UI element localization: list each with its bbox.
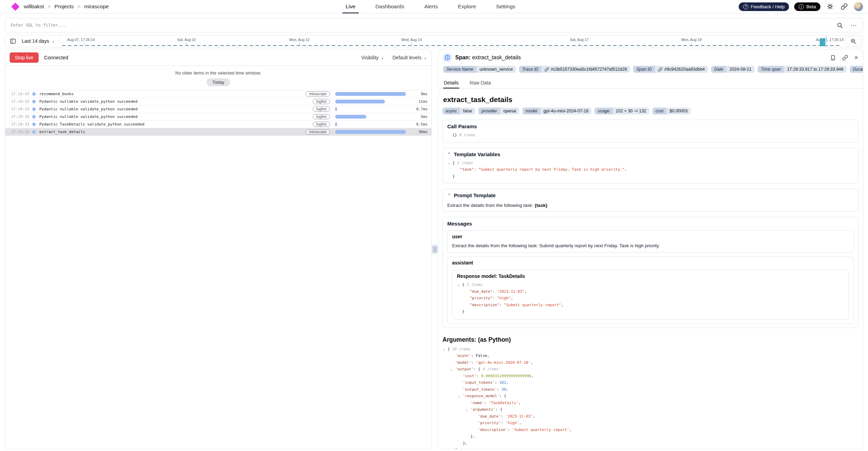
panel-divider	[432, 49, 438, 449]
prompt-template-card: ⌃ Prompt Template Extract the details fr…	[442, 189, 859, 212]
code-token: ,	[531, 374, 534, 378]
sql-filter-input[interactable]	[11, 23, 829, 28]
timeline-track[interactable]: Aug 07, 17:26:14Sat, Aug 10Mon, Aug 12We…	[59, 35, 844, 47]
attribute-label: async	[442, 108, 460, 114]
span-diamond-icon	[32, 130, 36, 134]
log-row[interactable]: 17:29:33Pydantic nullable validate_pytho…	[5, 113, 431, 120]
log-scope-badge: logfire	[313, 99, 330, 104]
timeline-tick	[579, 42, 580, 46]
code-token: ,	[525, 289, 527, 294]
user-avatar[interactable]	[854, 2, 863, 11]
default-levels-dropdown[interactable]: Default levels ⌄	[392, 55, 427, 60]
span-title: Span: extract_task_details	[455, 54, 521, 61]
log-row[interactable]: 17:29:33extract_task_detailsmirascope30m…	[5, 128, 431, 136]
feedback-help-label: Feedback / Help	[751, 4, 785, 9]
code-token: 0.00003329999999999996	[481, 374, 531, 378]
log-duration-bar	[335, 92, 406, 96]
link-icon	[545, 67, 549, 72]
attribute-label: model	[522, 108, 540, 114]
log-scope-badge: mirascope	[306, 129, 330, 134]
code-line: }	[462, 308, 844, 315]
tree-collapse-caret[interactable]: ⌄	[458, 393, 463, 400]
meta-value[interactable]: #9c942620aa93dbb4	[655, 66, 708, 73]
tree-collapse-caret[interactable]: ⌄	[457, 281, 462, 288]
beta-button[interactable]: i Beta	[794, 2, 820, 11]
code-token: ,	[531, 360, 533, 365]
copy-link-icon[interactable]	[842, 55, 848, 61]
code-token: 'async'	[455, 353, 471, 358]
log-span-name: Pydantic nullable validate_python succee…	[39, 99, 138, 104]
template-variables-title: ⌃ Template Variables	[447, 151, 854, 157]
resize-handle[interactable]	[432, 245, 438, 254]
code-token: "high"	[497, 296, 511, 300]
today-button[interactable]: Today	[207, 78, 230, 86]
breadcrumb-item-Projects[interactable]: Projects	[54, 3, 74, 10]
code-token: 'Submit quarterly report'	[512, 428, 569, 432]
more-options-icon[interactable]: ⋯	[850, 21, 857, 29]
code-line: 'description': 'Submit quarterly report'…	[448, 427, 859, 433]
meta-value-text: #9c942620aa93dbb4	[664, 67, 705, 72]
open-panel-icon[interactable]	[830, 55, 836, 61]
span-tab-raw-data[interactable]: Raw Data	[469, 77, 491, 88]
timeline-dashed-line	[62, 45, 841, 46]
feedback-help-button[interactable]: ? Feedback / Help	[739, 2, 789, 11]
code-line: 'async': False,	[448, 352, 859, 359]
share-link-icon[interactable]	[840, 2, 849, 11]
zoom-in-button[interactable]	[845, 36, 861, 46]
log-row[interactable]: 17:14:43recommend_booksmirascope9ms	[5, 90, 431, 98]
timeline-selection[interactable]	[820, 38, 825, 46]
tab-explore[interactable]: Explore	[455, 0, 480, 13]
breadcrumb-item-willbakst[interactable]: willbakst	[24, 3, 44, 10]
visibility-dropdown[interactable]: Visibility ⌄	[361, 55, 384, 60]
log-scope-badge: logfire	[313, 114, 330, 119]
response-model-tree: ⌄{ 3 items"due_date": "2023-11-03","prio…	[457, 281, 844, 315]
log-row[interactable]: 17:29:33Pydantic TaskDetails validate_py…	[5, 120, 431, 128]
log-row[interactable]: 17:29:33Pydantic nullable validate_pytho…	[5, 98, 431, 105]
code-token: 'TaskDetails'	[489, 401, 518, 405]
collapse-caret-icon[interactable]: ⌃	[447, 152, 451, 157]
empty-window-message: No older items in the selected time wind…	[5, 70, 431, 76]
attribute-label: usage	[595, 108, 612, 114]
tab-settings[interactable]: Settings	[492, 0, 519, 13]
stop-live-button[interactable]: Stop live	[10, 52, 39, 63]
timeline-tick	[187, 42, 187, 46]
tree-collapse-caret[interactable]: ⌄	[465, 406, 470, 413]
span-meta-badge: Trace ID#c3b5157330ea5c1fd4572747af512d2…	[519, 66, 630, 73]
meta-label: Duration	[850, 66, 863, 73]
connection-status: Connected	[44, 55, 68, 60]
code-token: "due_date"	[470, 289, 492, 294]
tree-collapse-caret[interactable]: ⌄	[447, 160, 452, 167]
theme-toggle-icon[interactable]	[826, 2, 835, 11]
span-attribute-badge: usage102 + 30 -> 132	[595, 108, 649, 114]
sidebar-toggle-icon[interactable]	[5, 38, 20, 44]
collapse-caret-icon[interactable]: ⌃	[447, 193, 451, 198]
tab-live[interactable]: Live	[342, 0, 359, 13]
search-icon[interactable]	[835, 21, 844, 30]
logfire-logo-icon[interactable]	[11, 2, 19, 11]
span-tab-details[interactable]: Details	[443, 77, 459, 88]
code-token: :	[477, 374, 481, 378]
template-variables-tree: ⌄{ 1 items"task": "Submit quarterly repo…	[447, 160, 854, 180]
code-token: "Submit quarterly report by next Friday.…	[478, 167, 625, 172]
code-token: :	[484, 401, 489, 405]
close-icon[interactable]: ×	[854, 54, 858, 61]
meta-value[interactable]: #c3b5157330ea5c1fd4572747af512d26	[541, 66, 630, 73]
meta-label: Service Name	[443, 66, 477, 73]
log-row[interactable]: 17:29:33Pydantic nullable validate_pytho…	[5, 105, 431, 113]
call-params-card: Call Params {} 0 items	[442, 120, 859, 142]
attribute-label: provider	[478, 108, 500, 114]
time-range-dropdown[interactable]: Last 14 days ⌄	[20, 38, 59, 44]
tree-collapse-caret[interactable]: ⌄	[442, 346, 448, 353]
span-meta-row: Service Nameunknown_serviceTrace ID#c3b5…	[438, 63, 863, 77]
log-duration-bar	[335, 130, 406, 134]
meta-value: 17:29:33.917 to 17:29:33.946	[784, 66, 846, 73]
call-params-title-text: Call Params	[447, 123, 477, 129]
breadcrumb-item-mirascope[interactable]: mirascope	[84, 3, 109, 10]
tab-alerts[interactable]: Alerts	[421, 0, 441, 13]
code-token: ,	[506, 387, 509, 392]
log-timestamp: 17:14:43	[11, 92, 30, 96]
log-span-name: Pydantic nullable validate_python succee…	[39, 114, 138, 119]
log-duration-bar	[335, 107, 337, 111]
tab-dashboards[interactable]: Dashboards	[372, 0, 408, 13]
tree-collapse-caret[interactable]: ⌄	[450, 366, 455, 373]
